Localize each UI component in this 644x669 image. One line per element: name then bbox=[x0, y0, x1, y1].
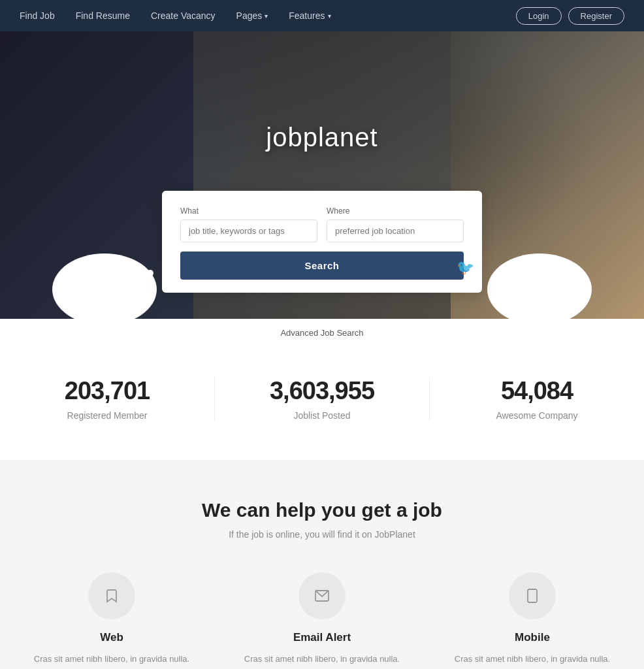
help-title: We can help you get a job bbox=[26, 499, 618, 521]
advanced-search-link[interactable]: Advanced Job Search bbox=[280, 328, 363, 338]
nav-create-vacancy[interactable]: Create Vacancy bbox=[151, 10, 216, 21]
stat-members-number: 203,701 bbox=[26, 377, 188, 405]
stat-members-label: Registered Member bbox=[26, 410, 188, 421]
nav-pages[interactable]: Pages ▾ bbox=[236, 10, 268, 21]
logo-text: jobplanet bbox=[266, 123, 378, 152]
nav-find-job-label: Find Job bbox=[20, 10, 55, 21]
where-label: Where bbox=[327, 206, 464, 216]
search-fields: What Where bbox=[180, 206, 464, 242]
features-arrow-icon: ▾ bbox=[328, 12, 331, 20]
search-button[interactable]: Search bbox=[180, 252, 464, 280]
stat-jobs-label: Joblist Posted bbox=[241, 410, 403, 421]
help-card-email: Email Alert Cras sit amet nibh libero, i… bbox=[236, 572, 408, 669]
what-input[interactable] bbox=[180, 220, 317, 242]
nav-auth: Login Register bbox=[516, 7, 624, 25]
web-card-text: Cras sit amet nibh libero, in gravida nu… bbox=[26, 652, 197, 669]
hero-section: jobplanet 🐦 What Where Search bbox=[0, 31, 644, 319]
what-label: What bbox=[180, 206, 317, 216]
navbar: Find Job Find Resume Create Vacancy Page… bbox=[0, 0, 644, 31]
stat-jobs: 3,603,955 Joblist Posted bbox=[215, 377, 430, 421]
cloud-left-decoration bbox=[52, 253, 157, 319]
stat-companies-label: Awesome Company bbox=[456, 410, 618, 421]
pages-arrow-icon: ▾ bbox=[265, 12, 268, 20]
what-field: What bbox=[180, 206, 317, 242]
hero-dot-indicator[interactable] bbox=[147, 270, 153, 276]
nav-find-resume[interactable]: Find Resume bbox=[76, 10, 130, 21]
login-button[interactable]: Login bbox=[516, 7, 562, 25]
where-field: Where bbox=[327, 206, 464, 242]
stat-members: 203,701 Registered Member bbox=[0, 377, 215, 421]
stats-section: 203,701 Registered Member 3,603,955 Jobl… bbox=[0, 344, 644, 460]
help-card-web: Web Cras sit amet nibh libero, in gravid… bbox=[26, 572, 197, 669]
svg-rect-1 bbox=[528, 589, 537, 602]
nav-create-vacancy-label: Create Vacancy bbox=[151, 10, 216, 21]
mobile-card-title: Mobile bbox=[515, 631, 550, 644]
cloud-right-decoration bbox=[487, 253, 592, 319]
bird-icon: 🐦 bbox=[457, 259, 474, 276]
nav-find-resume-label: Find Resume bbox=[76, 10, 130, 21]
hero-logo: jobplanet bbox=[266, 123, 378, 152]
help-card-mobile: Mobile Cras sit amet nibh libero, in gra… bbox=[447, 572, 618, 669]
where-input[interactable] bbox=[327, 220, 464, 242]
web-card-title: Web bbox=[100, 631, 123, 644]
advanced-search-link-container: Advanced Job Search bbox=[0, 319, 644, 344]
stat-companies: 54,084 Awesome Company bbox=[430, 377, 644, 421]
help-cards: Web Cras sit amet nibh libero, in gravid… bbox=[26, 572, 618, 669]
email-card-text: Cras sit amet nibh libero, in gravida nu… bbox=[236, 652, 408, 669]
email-icon bbox=[298, 572, 346, 619]
stat-jobs-number: 3,603,955 bbox=[241, 377, 403, 405]
nav-find-job[interactable]: Find Job bbox=[20, 10, 55, 21]
nav-features-label: Features bbox=[289, 10, 325, 21]
help-subtitle: If the job is online, you will find it o… bbox=[26, 529, 618, 540]
nav-pages-label: Pages bbox=[236, 10, 263, 21]
mobile-card-text: Cras sit amet nibh libero, in gravida nu… bbox=[447, 652, 618, 669]
help-section: We can help you get a job If the job is … bbox=[0, 460, 644, 669]
email-card-title: Email Alert bbox=[293, 631, 351, 644]
web-icon bbox=[88, 572, 135, 619]
register-button[interactable]: Register bbox=[568, 7, 624, 25]
mobile-icon bbox=[509, 572, 556, 619]
nav-links: Find Job Find Resume Create Vacancy Page… bbox=[20, 10, 516, 21]
nav-features[interactable]: Features ▾ bbox=[289, 10, 330, 21]
search-box: What Where Search bbox=[162, 191, 482, 293]
stat-companies-number: 54,084 bbox=[456, 377, 618, 405]
